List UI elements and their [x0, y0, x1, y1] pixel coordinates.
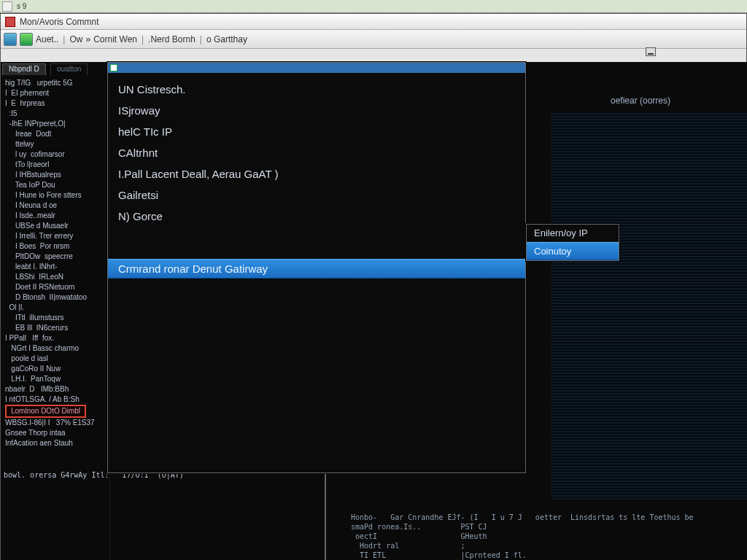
tree-node[interactable]: -IhE INPrperet,O|	[5, 119, 107, 129]
menu-item[interactable]: Gailretsi	[108, 184, 525, 206]
tree-node[interactable]: I Boes Por nrsm	[5, 241, 107, 252]
tree-tab-active[interactable]: Nbpndl D	[2, 63, 46, 75]
vertical-divider	[325, 470, 326, 560]
tree-node[interactable]: I ntOTLSGA. / Ab B:Sh	[5, 394, 107, 405]
console-line: Hodrt ral ;	[351, 541, 745, 551]
crumb-1[interactable]: Ow	[69, 34, 82, 44]
tree-node[interactable]: LH.I. PanToqw	[5, 374, 107, 384]
console-line: Honbo- Gar Cnrandhe EJf- (I I u 7 J oett…	[351, 513, 745, 522]
tree-panel: Nbpndl D ouatton hig T/IG urpetitc 5GI E…	[1, 62, 110, 560]
tree-node[interactable]: I Isde..mealr	[5, 211, 107, 221]
menu-item[interactable]: ISjroway	[108, 100, 525, 121]
context-menu-titlebar[interactable]	[108, 63, 525, 73]
console-line: smaPd ronea.Is.. PST CJ	[351, 522, 745, 532]
tree-node[interactable]: Ol |l.	[5, 303, 107, 313]
tree-node[interactable]: l uy cofimarsor	[5, 149, 107, 160]
tree-node[interactable]: leabt I. INhrt-	[5, 262, 107, 272]
toolbar-icon-2[interactable]	[20, 33, 33, 46]
menu-item[interactable]: N) Gorce	[108, 206, 525, 227]
submenu: Enilern/oy IP Coinutoy	[526, 224, 619, 261]
tree-node[interactable]: nbaelr D IMb:BBh	[5, 384, 107, 394]
tree-node[interactable]: I PPall Iff fox.	[5, 333, 107, 343]
stripe-panel	[551, 113, 747, 499]
crumb-3[interactable]: Cornit Wen	[93, 34, 137, 44]
menu-item-selected[interactable]: Crmrand ronar Denut Gatirway	[108, 259, 525, 279]
console-line: oectI GHeuth	[351, 532, 745, 541]
menu-item[interactable]: I.Pall Lacent Deall, Aerau GaAT )	[108, 163, 525, 184]
menu-item[interactable]: CAltrhnt	[108, 142, 525, 163]
crumb-4[interactable]: .Nerd Bornh	[148, 34, 196, 44]
crumb-5[interactable]: o Gartthay	[206, 34, 247, 44]
tree-node[interactable]: D Btonsh II|mwatatoo	[5, 292, 107, 303]
tree-node[interactable]: I E hrpreas	[5, 98, 107, 109]
stripe-title: oefiear (oorres)	[611, 96, 670, 106]
console-line: TI ETL |Cprnteed I fl.	[351, 551, 745, 560]
tree-node[interactable]: LBShi IRLeoN	[5, 272, 107, 282]
tree-tab-inactive[interactable]: ouatton	[50, 63, 88, 75]
tree-node[interactable]: WBSG.I-86|I I 37% E1S37	[5, 418, 107, 428]
console-right: Honbo- Gar Cnrandhe EJf- (I I u 7 J oett…	[351, 513, 745, 560]
context-menu-items: UN Cistresch.ISjrowayhelC TIc IPCAltrhnt…	[108, 73, 525, 284]
tree-node[interactable]: InfAcation aen Stauh	[5, 438, 107, 448]
minimize-icon[interactable]	[646, 47, 656, 56]
tree-node[interactable]: UBSe d Musaelr	[5, 221, 107, 231]
context-menu: UN Cistresch.ISjrowayhelC TIc IPCAltrhnt…	[107, 62, 526, 473]
submenu-selected[interactable]: Coinutoy	[527, 242, 619, 260]
crumb-0[interactable]: Auet..	[36, 34, 58, 44]
submenu-header[interactable]: Enilern/oy IP	[527, 225, 619, 242]
tree-node[interactable]: :I5	[5, 109, 107, 119]
tree-node[interactable]: I Neuna d oe	[5, 201, 107, 211]
tree-node[interactable]: EB Ill IN6cerurs	[5, 323, 107, 333]
tree-node[interactable]: I IHBstualreps	[5, 170, 107, 180]
menu-item[interactable]: helC TIc IP	[108, 121, 525, 142]
main-window: Mon/Avoris Commnt Auet.. | Ow » Cornit W…	[0, 13, 747, 560]
tree-node[interactable]: ITtl illumstusrs	[5, 313, 107, 323]
app-icon	[5, 17, 15, 27]
highlighted-node[interactable]: Lomlnon DOtO Dimbl	[5, 405, 86, 418]
tree-node[interactable]: poole d iasl	[5, 354, 107, 364]
desktop-taskbar: s 9	[0, 0, 747, 13]
toolbar: Auet.. | Ow » Cornit Wen | .Nerd Bornh |…	[1, 30, 746, 49]
context-menu-icon	[110, 64, 117, 71]
tree-node[interactable]: Gnsee Thorp intaa	[5, 428, 107, 438]
tree-node[interactable]: I Irrelli. Trer errery	[5, 231, 107, 241]
tree-node[interactable]: Ireae Dodt	[5, 129, 107, 139]
tree-body: hig T/IG urpetitc 5GI EI phernentI E hrp…	[1, 75, 109, 451]
tree-node[interactable]: ttelwy	[5, 139, 107, 149]
window-titlebar[interactable]: Mon/Avoris Commnt	[1, 14, 746, 30]
tree-node[interactable]: NGrt I Bassc charmo	[5, 343, 107, 354]
tree-node[interactable]: tTo l|raeorl	[5, 160, 107, 170]
tree-node[interactable]: gaCoRo II Nuw	[5, 364, 107, 374]
window-title: Mon/Avoris Commnt	[20, 17, 98, 27]
tree-node[interactable]: PItDOw speecrre	[5, 252, 107, 262]
taskbar-button[interactable]	[2, 1, 12, 12]
tree-node[interactable]: I EI phernent	[5, 88, 107, 98]
menu-item[interactable]: UN Cistresch.	[108, 79, 525, 100]
workspace: Nbpndl D ouatton hig T/IG urpetitc 5GI E…	[1, 62, 747, 560]
tree-node[interactable]: hig T/IG urpetitc 5G	[5, 78, 107, 88]
toolbar-icon-1[interactable]	[4, 33, 17, 46]
tree-node[interactable]: I Hune io Fore stters	[5, 190, 107, 201]
taskbar-label: s 9	[17, 2, 26, 10]
tree-node[interactable]: Tea IoP Dou	[5, 180, 107, 190]
tree-node[interactable]: Doet II RSNetuorn	[5, 282, 107, 292]
crumb-2: »	[85, 34, 90, 44]
